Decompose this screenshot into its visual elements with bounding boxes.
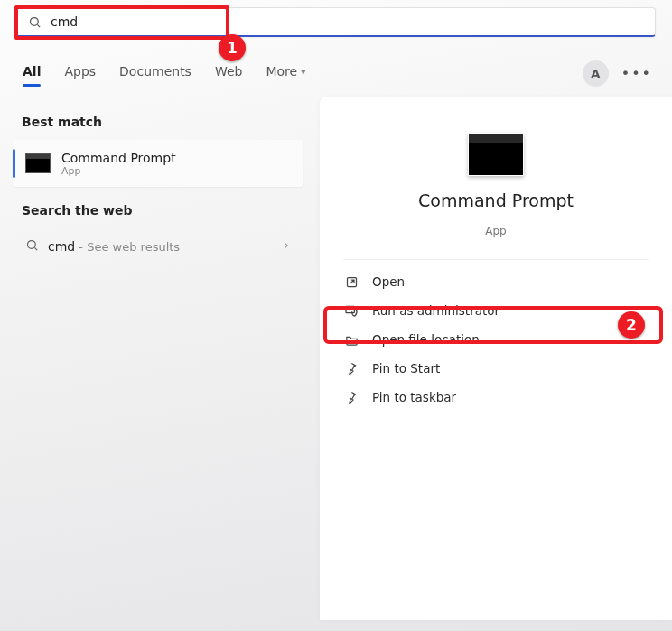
best-match-result[interactable]: Command Prompt App (13, 140, 303, 187)
tab-more-label: More (266, 64, 297, 79)
tab-web[interactable]: Web (215, 64, 243, 97)
divider (343, 259, 649, 260)
action-pin-to-start[interactable]: Pin to Start (343, 354, 649, 383)
best-match-subtitle: App (61, 165, 176, 177)
action-pin-to-taskbar[interactable]: Pin to taskbar (343, 383, 649, 412)
search-box[interactable] (14, 7, 656, 37)
tab-documents[interactable]: Documents (119, 64, 191, 97)
chevron-right-icon (282, 240, 291, 254)
pin-icon (343, 360, 359, 376)
search-web-heading: Search the web (0, 196, 316, 225)
annotation-callout-2: 2 (618, 311, 645, 339)
tab-all[interactable]: All (23, 64, 41, 97)
svg-point-2 (28, 241, 36, 249)
best-match-heading: Best match (0, 107, 316, 136)
filter-tabs: All Apps Documents Web More ▾ A ••• (0, 44, 672, 97)
open-icon (343, 274, 359, 290)
command-prompt-icon (25, 153, 51, 173)
avatar[interactable]: A (583, 60, 609, 87)
folder-icon (343, 331, 359, 348)
chevron-down-icon: ▾ (301, 67, 305, 77)
shield-admin-icon (343, 302, 359, 319)
svg-point-0 (31, 17, 39, 25)
app-kind: App (485, 225, 506, 237)
app-title: Command Prompt (418, 190, 574, 210)
search-input[interactable] (51, 14, 655, 29)
action-run-admin-label: Run as administrator (372, 303, 499, 318)
action-open-file-location[interactable]: Open file location (343, 325, 649, 354)
search-icon (25, 238, 39, 255)
web-hint: - See web results (75, 240, 180, 254)
action-pin-taskbar-label: Pin to taskbar (372, 390, 456, 404)
action-open[interactable]: Open (343, 267, 649, 296)
app-thumbnail (468, 133, 524, 176)
svg-rect-5 (346, 306, 354, 312)
tab-more[interactable]: More ▾ (266, 64, 305, 97)
pin-icon (343, 389, 359, 405)
search-icon (28, 15, 42, 29)
action-pin-start-label: Pin to Start (372, 361, 440, 376)
details-pane: Command Prompt App Open Run as administr… (320, 97, 672, 620)
tab-apps[interactable]: Apps (64, 64, 96, 97)
more-options-button[interactable]: ••• (621, 65, 652, 82)
svg-line-1 (37, 24, 40, 27)
action-open-location-label: Open file location (372, 332, 480, 347)
action-open-label: Open (372, 274, 405, 289)
best-match-title: Command Prompt (61, 151, 176, 165)
svg-line-3 (34, 247, 37, 250)
web-keyword: cmd (48, 239, 75, 254)
web-search-result[interactable]: cmd - See web results (13, 227, 303, 266)
action-run-as-administrator[interactable]: Run as administrator (343, 296, 649, 325)
